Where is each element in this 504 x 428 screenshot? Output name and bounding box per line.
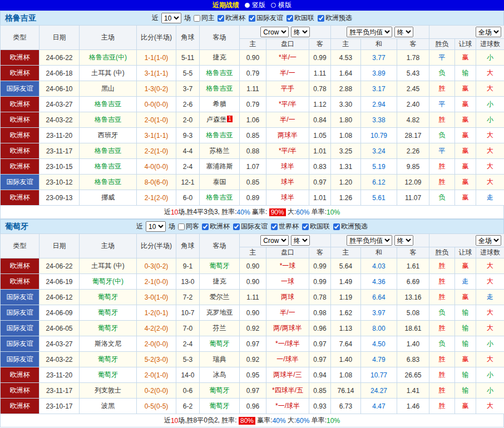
competition-filter[interactable]: 国际友谊	[233, 222, 268, 231]
odds-away: 0.96	[309, 321, 331, 336]
competition-filter[interactable]: 欧洲杯	[218, 13, 245, 23]
recent-label: 近	[136, 222, 143, 231]
competition-filter[interactable]: 欧国联	[286, 13, 314, 23]
competition-checkbox[interactable]	[218, 15, 224, 22]
same-side-filter[interactable]: 同客	[178, 222, 199, 231]
col-goals: 进球数	[476, 39, 504, 50]
handicap: 两/两球半	[266, 321, 309, 336]
match-type: 欧洲杯	[1, 159, 39, 175]
col-odds-away: 客	[309, 247, 331, 258]
home-team: 格鲁吉亚(中)	[80, 50, 137, 66]
scope-header: 全场	[429, 26, 504, 39]
recent-count-select[interactable]: 10	[146, 221, 166, 232]
corners: 14-0	[176, 367, 200, 383]
goals-verdict: 大	[476, 66, 504, 81]
handicap: 一球	[266, 274, 309, 290]
avg-final-select[interactable]: 终	[394, 27, 413, 37]
col-score: 比分(半场)	[137, 234, 176, 258]
result: 胜	[429, 399, 455, 414]
col-handicap: 盘口	[266, 247, 309, 258]
same-side-checkbox[interactable]	[194, 15, 200, 22]
handicap: 一/球半	[266, 352, 309, 367]
odds-away: 0.85	[309, 383, 331, 399]
odds-final-select[interactable]: 终	[291, 27, 310, 37]
col-let: 让球	[455, 39, 476, 50]
competition-filter[interactable]: 欧国联	[302, 222, 330, 231]
games-label: 场	[169, 222, 175, 231]
summary-segment: 近	[164, 416, 171, 425]
competition-checkbox[interactable]	[249, 15, 255, 22]
corners: 6-2	[176, 399, 200, 414]
odds-home: 0.79	[240, 66, 266, 81]
handicap-result: 输	[455, 305, 476, 321]
odds-provider-select[interactable]: Crow	[260, 235, 289, 246]
competition-filter[interactable]: 世界杯	[271, 222, 299, 231]
match-type: 国际友谊	[1, 321, 39, 336]
competition-filter[interactable]: 欧洲杯	[202, 222, 230, 231]
competition-checkbox[interactable]	[202, 223, 209, 230]
avg-draw: 6.12	[361, 175, 397, 190]
avg-away: 9.85	[397, 159, 429, 175]
recent-count-select[interactable]: 10	[161, 13, 181, 23]
goals-verdict: 小	[476, 50, 504, 66]
odds-home: 0.90	[240, 258, 266, 274]
view-option-vertical[interactable]: 竖版	[245, 1, 265, 10]
recent-label: 近	[152, 13, 159, 23]
avg-odds-select[interactable]: 胜平负均值	[347, 235, 392, 246]
odds-away: 1.12	[309, 97, 331, 112]
competition-checkbox[interactable]	[318, 15, 324, 22]
competition-filter[interactable]: 欧洲预选	[318, 13, 352, 23]
score: 0-5(0-5)	[137, 399, 176, 414]
competition-filter[interactable]: 国际友谊	[249, 13, 283, 23]
avg-final-select[interactable]: 终	[394, 235, 413, 246]
avg-away: 4.82	[397, 112, 429, 128]
competition-checkbox[interactable]	[233, 223, 240, 230]
odds-final-select[interactable]: 终	[291, 235, 310, 246]
competition-checkbox[interactable]	[286, 15, 293, 22]
scope-select[interactable]: 全场	[476, 235, 501, 246]
avg-away: 12.09	[397, 175, 429, 190]
odds-home: 0.97	[240, 336, 266, 352]
away-team: 捷克	[200, 50, 240, 66]
same-side-label: 同主	[201, 13, 215, 23]
match-type: 欧洲杯	[1, 66, 39, 81]
radio-icon	[271, 3, 276, 8]
competition-filter[interactable]: 欧洲预选	[333, 222, 368, 231]
view-option-horizontal[interactable]: 横版	[271, 1, 291, 10]
odds-home: 0.79	[240, 97, 266, 112]
match-row: 欧洲杯24-06-19葡萄牙(中)2-1(0-0)13-0捷克0.90一球0.9…	[1, 274, 504, 290]
match-type: 欧洲杯	[1, 274, 39, 290]
avg-draw: 24.27	[361, 383, 397, 399]
scope-select[interactable]: 全场	[476, 27, 501, 37]
away-team: 葡萄牙	[200, 383, 240, 399]
same-side-filter[interactable]: 同主	[194, 13, 215, 23]
avg-away: 1.40	[397, 336, 429, 352]
result: 胜	[429, 352, 455, 367]
competition-label: 欧国联	[310, 222, 330, 231]
match-row: 欧洲杯24-06-18土耳其 (中)3-1(1-1)5-5格鲁吉亚0.79半/一…	[1, 66, 504, 81]
avg-home: 1.20	[331, 175, 361, 190]
match-date: 24-03-27	[39, 336, 80, 352]
competition-checkbox[interactable]	[302, 223, 309, 230]
goals-verdict: 走	[476, 190, 504, 206]
competition-label: 国际友谊	[241, 222, 268, 231]
home-team: 格鲁吉亚	[80, 175, 137, 190]
odds-home: 0.97	[240, 383, 266, 399]
odds-provider-select[interactable]: Crow	[260, 27, 289, 37]
summary-segment: 40%	[237, 208, 250, 216]
avg-away: 26.65	[397, 367, 429, 383]
competition-checkbox[interactable]	[271, 223, 278, 230]
competition-checkbox[interactable]	[333, 223, 340, 230]
home-team: 葡萄牙(中)	[80, 274, 137, 290]
avg-home: 1.26	[331, 190, 361, 206]
avg-away: 13.16	[397, 290, 429, 305]
corners: 4-4	[176, 143, 200, 159]
same-side-checkbox[interactable]	[178, 223, 185, 230]
match-date: 24-03-27	[39, 97, 80, 112]
goals-verdict: 大	[476, 321, 504, 336]
goals-verdict: 大	[476, 352, 504, 367]
avg-away: 5.43	[397, 66, 429, 81]
col-avg-home: 主	[331, 247, 361, 258]
match-row: 欧洲杯24-06-22土耳其 (中)0-3(0-2)9-1葡萄牙0.90*一球0…	[1, 258, 504, 274]
avg-odds-select[interactable]: 胜平负均值	[347, 27, 392, 37]
